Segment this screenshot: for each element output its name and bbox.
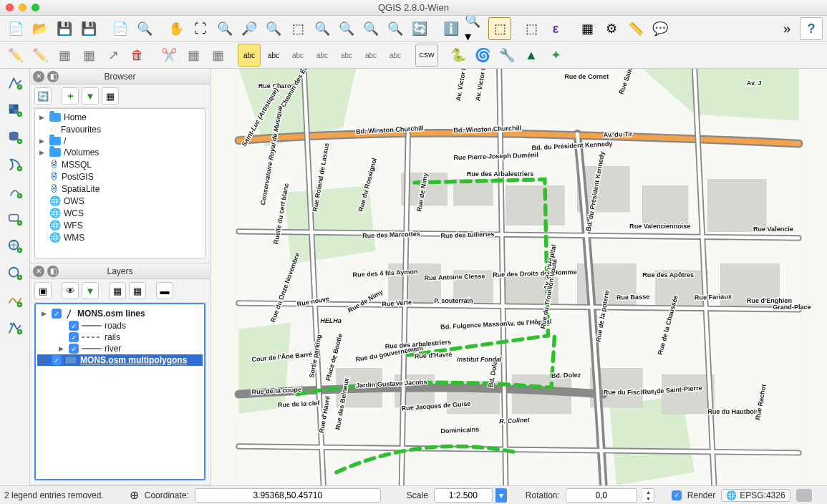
expression-select-button[interactable]: ε xyxy=(544,17,567,40)
browser-add-button[interactable]: ＋ xyxy=(62,87,79,105)
layers-add-group-button[interactable]: ▣ xyxy=(34,282,52,299)
browser-filter-button[interactable]: ▼ xyxy=(82,87,99,105)
copy-button[interactable]: ▦ xyxy=(182,44,205,67)
label-tool-7[interactable]: abc xyxy=(384,44,407,67)
browser-item[interactable]: ▶Home xyxy=(37,112,203,123)
plugin-4-button[interactable]: ✦ xyxy=(544,44,567,67)
browser-item[interactable]: 🌐WCS xyxy=(37,207,203,219)
add-raster-layer-button[interactable]: + xyxy=(4,99,26,122)
zoom-last-button[interactable]: 🔍 xyxy=(359,17,382,40)
browser-item[interactable]: 🌐WMS xyxy=(37,231,203,243)
label-tool-1[interactable]: abc xyxy=(238,44,261,67)
layers-expand-button[interactable]: ▦ xyxy=(109,282,126,299)
help-button[interactable]: ? xyxy=(800,17,823,40)
save-as-button[interactable]: 💾 xyxy=(77,17,100,40)
messages-button[interactable] xyxy=(796,489,812,502)
deselect-button[interactable]: ⬚ xyxy=(520,17,543,40)
add-wfs-layer-button[interactable]: + xyxy=(4,289,26,312)
layers-collapse-button[interactable]: ▦ xyxy=(129,282,146,299)
delete-selected-button[interactable]: 🗑 xyxy=(126,44,149,67)
add-vector-layer-button[interactable]: + xyxy=(4,72,26,94)
layers-visibility-button[interactable]: 👁 xyxy=(62,282,79,299)
paste-button[interactable]: ▦ xyxy=(206,44,229,67)
plugin-2-button[interactable]: 🔧 xyxy=(495,44,518,67)
open-project-button[interactable]: 📂 xyxy=(29,17,52,40)
identify-dropdown-button[interactable]: 🔍▾ xyxy=(464,17,487,40)
node-tool-button[interactable]: ↗ xyxy=(102,44,125,67)
field-calculator-button[interactable]: ⚙ xyxy=(600,17,623,40)
add-spatialite-layer-button[interactable]: + xyxy=(4,153,26,176)
toggle-extents-icon[interactable]: ⊕ xyxy=(130,488,139,502)
label-tool-5[interactable]: abc xyxy=(335,44,358,67)
layer-item[interactable]: ▶✓〳MONS.osm lines xyxy=(37,307,203,320)
layer-checkbox[interactable]: ✓ xyxy=(69,332,79,342)
pan-button[interactable]: ✋ xyxy=(165,17,188,40)
cut-button[interactable]: ✂️ xyxy=(158,44,180,67)
zoom-out-button[interactable]: 🔎 xyxy=(238,17,261,40)
save-project-button[interactable]: 💾 xyxy=(53,17,76,40)
browser-panel-header[interactable]: ✕ ◧ Browser xyxy=(30,69,210,84)
browser-item[interactable]: 🛢MSSQL xyxy=(37,158,203,170)
select-button[interactable]: ⬚ xyxy=(488,17,511,40)
label-tool-3[interactable]: abc xyxy=(286,44,309,67)
browser-item[interactable]: 🛢SpatiaLite xyxy=(37,183,203,195)
zoom-native-button[interactable]: 🔍 xyxy=(262,17,285,40)
zoom-selection-button[interactable]: 🔍 xyxy=(311,17,334,40)
layers-panel-header[interactable]: ✕ ◧ Layers xyxy=(30,263,210,279)
plugin-3-button[interactable]: ▲ xyxy=(520,44,543,67)
identify-button[interactable]: ℹ️ xyxy=(440,17,463,40)
refresh-button[interactable]: 🔄 xyxy=(408,17,431,40)
add-oracle-layer-button[interactable]: + xyxy=(4,208,26,231)
layer-checkbox[interactable]: ✓ xyxy=(69,321,79,331)
add-feature-button[interactable]: ▦ xyxy=(53,44,76,67)
move-feature-button[interactable]: ▦ xyxy=(77,44,100,67)
add-wcs-layer-button[interactable]: + xyxy=(4,262,26,285)
plugin-1-button[interactable]: 🌀 xyxy=(471,44,494,67)
new-project-button[interactable]: 📄 xyxy=(4,17,27,40)
save-edits-button[interactable]: ✏️ xyxy=(29,44,52,67)
label-tool-4[interactable]: abc xyxy=(311,44,334,67)
layer-checkbox[interactable]: ✓ xyxy=(69,344,79,354)
render-checkbox[interactable]: ✓ xyxy=(672,490,682,500)
map-tips-button[interactable]: 💬 xyxy=(649,17,672,40)
rotation-input[interactable] xyxy=(566,488,637,503)
map-canvas[interactable]: Rue CharonChemin des ÉtangsAv. Victor Ma… xyxy=(211,69,827,485)
browser-refresh-button[interactable]: 🔄 xyxy=(34,87,52,105)
python-console-button[interactable]: 🐍 xyxy=(447,44,470,67)
measure-button[interactable]: 📏 xyxy=(624,17,647,40)
scale-input[interactable] xyxy=(434,488,493,503)
browser-item[interactable]: 🌐WFS xyxy=(37,219,203,231)
add-mssql-layer-button[interactable]: + xyxy=(4,180,26,203)
add-postgis-layer-button[interactable]: + xyxy=(4,126,26,149)
layers-tree[interactable]: ▶✓〳MONS.osm lines✓roads✓rails▶✓river▶✓MO… xyxy=(34,303,205,480)
rotation-spinner[interactable]: ▲▼ xyxy=(643,488,654,503)
layer-checkbox[interactable]: ✓ xyxy=(52,309,62,319)
browser-item[interactable]: ▶/ xyxy=(37,135,203,147)
edit-toggle-button[interactable]: ✏️ xyxy=(4,44,27,67)
pan-to-selection-button[interactable]: ⛶ xyxy=(189,17,212,40)
layers-filter-button[interactable]: ▼ xyxy=(82,282,99,299)
scale-dropdown-button[interactable]: ▾ xyxy=(495,488,507,503)
browser-item[interactable]: ▶/Volumes xyxy=(37,147,203,158)
new-print-composer-button[interactable]: 📄 xyxy=(109,17,132,40)
zoom-in-button[interactable]: 🔍 xyxy=(213,17,236,40)
composer-manager-button[interactable]: 🔍 xyxy=(133,17,156,40)
open-attribute-table-button[interactable]: ▦ xyxy=(576,17,599,40)
layer-item[interactable]: ✓roads xyxy=(37,320,203,331)
layer-checkbox[interactable]: ✓ xyxy=(52,355,62,365)
layer-item[interactable]: ✓rails xyxy=(37,331,203,343)
layer-item[interactable]: ▶✓MONS.osm multipolygons xyxy=(37,354,203,366)
add-wms-layer-button[interactable]: + xyxy=(4,235,26,258)
label-tool-6[interactable]: abc xyxy=(359,44,382,67)
csw-button[interactable]: CSW xyxy=(415,44,438,67)
zoom-next-button[interactable]: 🔍 xyxy=(384,17,407,40)
coordinate-input[interactable] xyxy=(195,488,381,503)
browser-collapse-button[interactable]: ▦ xyxy=(102,87,119,105)
layer-item[interactable]: ▶✓river xyxy=(37,343,203,354)
browser-item[interactable]: 🛢PostGIS xyxy=(37,170,203,183)
crs-button[interactable]: 🌐 EPSG:4326 xyxy=(721,489,790,502)
label-tool-2[interactable]: abc xyxy=(262,44,285,67)
browser-tree[interactable]: ▶Home☆Favourites▶/▶/Volumes🛢MSSQL🛢PostGI… xyxy=(34,108,205,258)
browser-item[interactable]: ☆Favourites xyxy=(37,123,203,135)
toolbar-overflow-button[interactable]: » xyxy=(775,17,798,40)
